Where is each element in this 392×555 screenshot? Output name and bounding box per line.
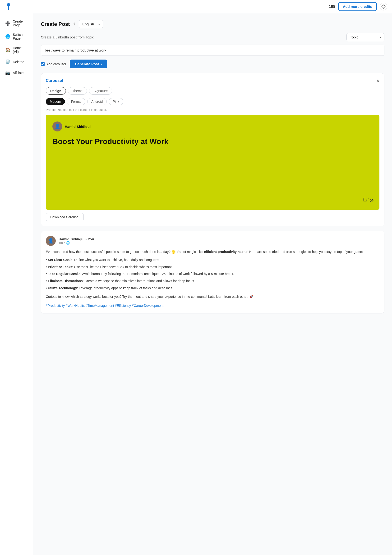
credits-count: 198: [329, 5, 335, 9]
avatar: 👤: [52, 122, 62, 131]
plus-icon: ➕: [5, 21, 10, 26]
page-title: Create Post: [41, 21, 70, 27]
topbar-right: 198 Add more credits: [329, 2, 387, 11]
sidebar: ➕ Create Page 🌐 Switch Page 🏠 Home (All)…: [0, 13, 33, 555]
create-label: Create a LinkedIn post from Topic: [41, 35, 94, 39]
download-carousel-button[interactable]: Download Carousel: [46, 213, 84, 221]
sidebar-item-label: Home (All): [13, 46, 28, 54]
tab-theme[interactable]: Theme: [68, 87, 87, 95]
svg-point-2: [383, 6, 384, 7]
style-tab-android[interactable]: Android: [87, 98, 107, 105]
carousel-header: Carousel ∧: [46, 78, 379, 83]
tab-signature[interactable]: Signature: [89, 87, 112, 95]
sidebar-item-affiliate[interactable]: 📷 Affiliate: [1, 68, 32, 78]
add-credits-button[interactable]: Add more credits: [338, 2, 377, 11]
trash-icon: 🗑️: [5, 59, 10, 65]
camera-icon: 📷: [5, 70, 10, 75]
globe-icon: 🌐: [5, 34, 10, 39]
topic-select-wrap: Topic URL File Idea ▾: [346, 33, 385, 41]
sidebar-item-deleted[interactable]: 🗑️ Deleted: [1, 57, 32, 67]
topbar: 198 Add more credits: [0, 0, 392, 13]
settings-icon[interactable]: [380, 3, 387, 10]
style-tab-modern[interactable]: Modern: [46, 98, 65, 105]
main-content: Create Post ℹ English Spanish French Ger…: [33, 13, 392, 555]
action-row: Add carousel Generate Post ›: [41, 59, 385, 68]
carousel-slide-1: 👤 Hamid Siddiqui Boost Your Productivity…: [46, 115, 379, 210]
carousel-tabs: Design Theme Signature: [46, 87, 379, 95]
sidebar-item-label: Create Page: [13, 19, 28, 27]
sidebar-item-create-page[interactable]: ➕ Create Page: [1, 17, 32, 29]
collapse-carousel-button[interactable]: ∧: [376, 78, 379, 83]
slide-author: 👤 Hamid Siddiqui: [52, 122, 373, 131]
style-tab-pink[interactable]: Pink: [109, 98, 123, 105]
post-author-name: Hamid Siddiqui • You: [59, 237, 94, 241]
sidebar-item-label: Switch Page: [13, 33, 28, 40]
post-header: 👤 Hamid Siddiqui • You 1m • 🌐: [46, 236, 379, 246]
create-row: Create a LinkedIn post from Topic Topic …: [41, 33, 385, 41]
post-preview: 👤 Hamid Siddiqui • You 1m • 🌐 Ever wonde…: [41, 231, 385, 314]
sidebar-item-label: Deleted: [13, 60, 24, 64]
svg-point-0: [7, 3, 10, 7]
sidebar-item-label: Affiliate: [13, 71, 24, 75]
pro-tip: Pro Tip: You can edit the content in car…: [46, 108, 379, 111]
post-hashtags: #Productivity #WorkHabits #TimeManagemen…: [46, 303, 379, 309]
header-row: Create Post ℹ English Spanish French Ger…: [41, 20, 385, 28]
topic-input[interactable]: [41, 45, 385, 56]
add-carousel-label[interactable]: Add carousel: [41, 62, 66, 66]
home-icon: 🏠: [5, 47, 10, 52]
tab-design[interactable]: Design: [46, 87, 66, 95]
slide-nav-icon[interactable]: ☞»: [363, 195, 374, 204]
post-author-info: Hamid Siddiqui • You 1m • 🌐: [59, 237, 94, 245]
post-body[interactable]: Ever wondered how the most successful pe…: [46, 249, 379, 308]
carousel-title: Carousel: [46, 78, 63, 83]
globe-small-icon: 🌐: [66, 241, 70, 245]
generate-post-button[interactable]: Generate Post ›: [70, 59, 107, 68]
slide-title[interactable]: Boost Your Productivity at Work: [52, 137, 373, 191]
info-icon[interactable]: ℹ: [73, 22, 75, 26]
slide-author-name: Hamid Siddiqui: [65, 124, 91, 129]
arrow-right-icon: ›: [101, 62, 102, 66]
style-tab-formal[interactable]: Formal: [67, 98, 85, 105]
topic-select[interactable]: Topic URL File Idea: [346, 33, 385, 41]
logo: [5, 2, 12, 11]
carousel-section: Carousel ∧ Design Theme Signature Modern…: [41, 73, 385, 226]
language-select[interactable]: English Spanish French German: [79, 20, 103, 28]
post-avatar: 👤: [46, 236, 56, 246]
sidebar-item-home-all[interactable]: 🏠 Home (All): [1, 44, 32, 56]
sidebar-item-switch-page[interactable]: 🌐 Switch Page: [1, 30, 32, 43]
post-meta: 1m • 🌐: [59, 241, 94, 245]
carousel-preview: 👤 Hamid Siddiqui Boost Your Productivity…: [46, 115, 379, 210]
add-carousel-checkbox[interactable]: [41, 62, 45, 66]
style-tabs: Modern Formal Android Pink: [46, 98, 379, 105]
